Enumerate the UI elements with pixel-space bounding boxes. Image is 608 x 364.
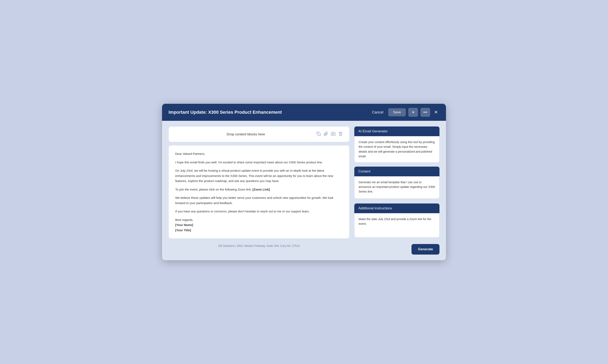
email-paragraph5: If you have any questions or concerns, p… [175,209,343,214]
drop-zone-icons [316,131,343,137]
more-icon: ••• [423,110,427,115]
email-paragraph2: On July 23rd, we will be hosting a virtu… [175,168,343,184]
right-panel: AI Email Generator Create your content e… [354,127,439,255]
camera-icon[interactable] [331,131,335,137]
zoom-link: [Zoom Link] [252,188,270,191]
additional-instructions-input[interactable] [354,213,439,237]
drop-zone-text: Drop content blocks here [175,132,316,136]
cancel-button[interactable]: Cancel [370,109,386,116]
delete-icon[interactable] [338,131,343,137]
email-greeting: Dear Valued Partners, [175,151,343,156]
email-closing: Best regards, [Your Name] [Your Title] [175,217,343,233]
attach-icon[interactable] [324,131,328,137]
svg-point-1 [332,133,334,135]
ai-generator-header: AI Email Generator [354,127,439,136]
sparkle-button[interactable]: ✦ [408,108,418,117]
email-name: [Your Name] [175,223,193,227]
modal-body: Drop content blocks here [162,121,446,260]
ai-generator-section: AI Email Generator Create your content e… [354,127,439,167]
sparkle-icon: ✦ [412,110,415,115]
save-button[interactable]: Save [388,108,406,116]
content-header: Content [354,167,439,176]
left-panel: Drop content blocks here [169,127,349,255]
close-button[interactable]: ✕ [433,109,439,116]
email-footer: Zift Solutions | 6501 Weston Parkway, Su… [169,242,349,248]
email-content-block: Dear Valued Partners, I hope this email … [169,145,349,239]
ai-generator-description: Create your content effortlessly using t… [354,136,439,163]
drop-zone[interactable]: Drop content blocks here [169,127,349,142]
email-paragraph3: To join the event, please click on the f… [175,187,343,192]
email-paragraph1: I hope this email finds you well. I'm ex… [175,160,343,165]
email-paragraph4: We believe these updates will help you b… [175,195,343,206]
generate-row: Generate [354,242,439,255]
additional-instructions-header: Additional Instructions [354,204,439,213]
email-editor-modal: Important Update: X300 Series Product En… [162,104,446,260]
content-section: Content [354,167,439,199]
generate-button[interactable]: Generate [411,244,439,255]
header-actions: Cancel Save ✦ ••• ✕ [370,108,439,117]
svg-rect-0 [318,133,320,136]
close-icon: ✕ [434,110,438,115]
modal-title: Important Update: X300 Series Product En… [169,110,282,115]
modal-header: Important Update: X300 Series Product En… [162,104,446,121]
copy-icon[interactable] [316,131,321,137]
additional-instructions-section: Additional Instructions [354,204,439,238]
more-options-button[interactable]: ••• [420,108,430,117]
email-title: [Your Title] [175,228,191,232]
content-input[interactable] [354,176,439,199]
